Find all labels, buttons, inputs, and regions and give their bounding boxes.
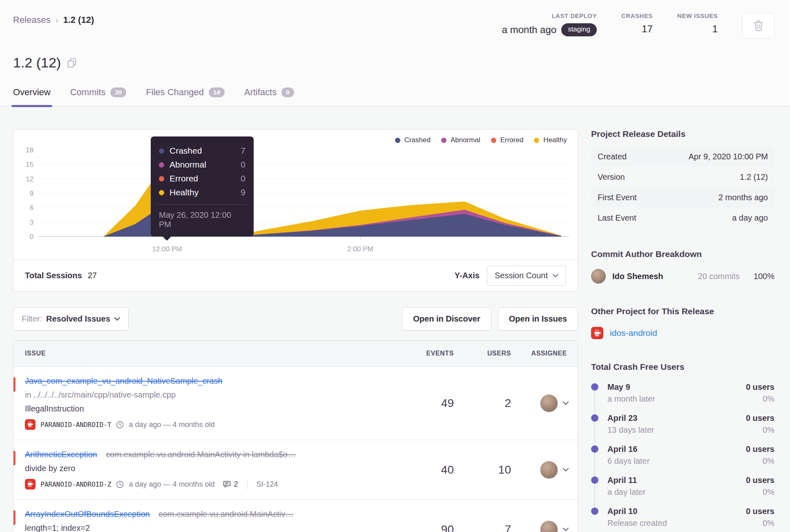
chevron-down-icon[interactable] [563,528,569,531]
comments-count: 2 [234,480,238,489]
tab-artifacts[interactable]: Artifacts 0 [244,87,294,106]
commit-authors-heading: Commit Author Breakdown [591,249,774,259]
tab-artifacts-badge: 0 [281,87,294,97]
tooltip-healthy-value: 9 [241,188,245,197]
issue-title-link[interactable]: Java_com_example_vu_android_NativeSample… [25,376,223,385]
release-details-section: Project Release Details Created Apr 9, 2… [591,129,774,228]
assignee-avatar[interactable] [540,461,558,479]
commit-authors-section: Commit Author Breakdown Ido Shemesh 20 c… [591,249,774,284]
legend-errored-label: Errored [500,136,524,144]
column-events: EVENTS [372,341,454,366]
sessions-area-chart[interactable]: 036912151812:00 PM2:00 PM [13,130,578,260]
cfu-date: April 10 [607,507,637,516]
project-slug[interactable]: PARANOID-ANDROID-Z [40,481,111,488]
crash-free-item-3: April 16 0 users 6 days later 0% [591,445,774,466]
assignee-avatar[interactable] [540,521,558,532]
detail-label: Version [598,172,625,182]
stat-last-deploy: LAST DEPLOY a month ago staging [502,12,597,36]
tooltip-errored-label: Errored [170,174,198,183]
other-project-section: Other Project for This Release idos-andr… [591,306,774,339]
copy-icon[interactable] [67,58,76,68]
detail-row-version: Version 1.2 (12) [591,167,774,187]
issues-filter-dropdown[interactable]: Filter: Resolved Issues [13,307,129,331]
tooltip-errored-value: 0 [241,174,245,183]
tab-files-changed-label: Files Changed [146,87,204,98]
svg-text:12: 12 [26,175,33,183]
issue-events-count: 40 [372,440,454,499]
breadcrumb-releases[interactable]: Releases [13,15,51,25]
chevron-down-icon[interactable] [563,401,569,405]
delete-release-button[interactable] [742,13,774,38]
issue-subtitle: length=1; index=2 [25,523,372,532]
comments-icon [223,481,231,488]
project-slug[interactable]: PARANOID-ANDROID-T [40,421,111,429]
detail-row-first-event: First Event 2 months ago [591,187,774,208]
cfu-percent: 0% [763,519,774,528]
new-issues-label: NEW ISSUES [677,12,718,19]
project-icon [591,327,603,339]
cfu-users: 0 users [746,445,774,454]
legend-healthy[interactable]: Healthy [534,136,567,144]
cfu-users: 0 users [746,414,774,423]
open-in-discover-button[interactable]: Open in Discover [402,307,491,331]
tooltip-crashed-label: Crashed [170,146,202,156]
new-issues-value: 1 [677,23,718,35]
crash-free-item-2: April 23 0 users 13 days later 0% [591,414,774,435]
crash-free-item-5: April 10 0 users Release created 0% [591,507,774,528]
open-in-issues-button[interactable]: Open in Issues [498,307,578,331]
issue-subtitle: IllegalInstruction [25,404,372,414]
tooltip-date: May 26, 2020 12:00 PM [159,210,245,231]
issue-culprit: com.example.vu.android.MainActivity in l… [106,450,296,459]
issue-subtitle: divide by zero [25,464,372,473]
issue-title-link[interactable]: ArithmeticException [25,450,97,459]
svg-text:0: 0 [30,233,33,241]
author-percent: 100% [754,272,774,281]
column-issue: ISSUE [13,341,372,366]
issue-row-1: Java_com_example_vu_android_NativeSample… [13,367,578,440]
errored-dot-icon [491,138,496,143]
yaxis-label: Y-Axis [455,271,480,280]
last-deploy-value: a month ago [502,24,556,36]
clock-icon [116,421,124,429]
chart-footer: Total Sessions 27 Y-Axis Session Count [13,259,578,291]
timeline-dot-icon [591,383,598,391]
svg-text:3: 3 [30,219,33,226]
tab-files-changed[interactable]: Files Changed 14 [146,87,225,106]
crashed-dot-icon [395,138,400,143]
detail-label: First Event [598,193,637,202]
tooltip-healthy-label: Healthy [170,188,199,197]
issue-title-link[interactable]: ArrayIndexOutOfBoundsException [25,510,150,519]
assignee-avatar[interactable] [540,394,558,412]
cfu-date: May 9 [607,382,630,392]
cfu-users: 0 users [746,476,774,485]
svg-text:15: 15 [26,161,33,168]
detail-value: 2 months ago [719,193,768,202]
chevron-right-icon: › [56,16,58,25]
legend-abnormal[interactable]: Abnormal [441,136,480,144]
issue-location: in ../../../../src/main/cpp/native-sampl… [25,390,372,400]
tooltip-abnormal-value: 0 [241,160,245,170]
total-sessions-label: Total Sessions [25,271,82,280]
other-project-link[interactable]: idos-android [610,328,657,338]
svg-text:2:00 PM: 2:00 PM [347,245,373,253]
issues-table-header: ISSUE EVENTS USERS ASSIGNEE [13,341,578,367]
clock-icon [116,481,124,488]
legend-errored[interactable]: Errored [491,136,524,144]
yaxis-select[interactable]: Session Count [487,266,566,286]
sessions-chart-card: Crashed Abnormal Errored Healthy 0369121… [13,129,578,292]
svg-text:6: 6 [30,204,33,212]
legend-healthy-label: Healthy [543,136,567,144]
cfu-sub: 6 days later [607,456,649,466]
tab-commits[interactable]: Commits 20 [70,87,126,106]
cfu-percent: 0% [763,394,774,404]
cfu-sub: Release created [607,519,667,528]
issue-users-count: 10 [454,440,511,499]
project-icon [25,479,36,490]
tab-overview[interactable]: Overview [13,87,51,106]
legend-crashed[interactable]: Crashed [395,136,431,144]
chevron-down-icon[interactable] [563,468,569,472]
issue-age: a day ago — 4 months old [129,420,214,429]
timeline-dot-icon [591,414,598,422]
timeline-dot-icon [591,445,598,453]
page-header: Releases › 1.2 (12) LAST DEPLOY a month … [0,0,790,106]
